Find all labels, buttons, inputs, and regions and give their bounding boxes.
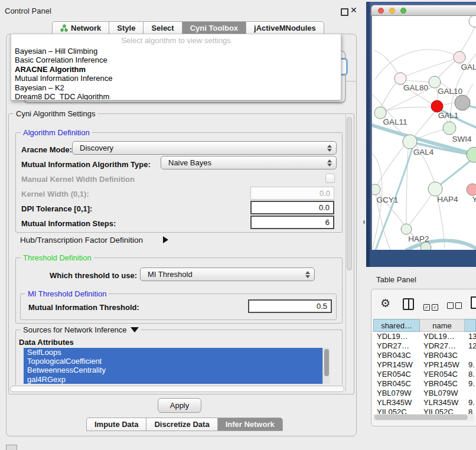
algorithm-option[interactable]: Bayesian – Hill Climbing bbox=[11, 47, 341, 56]
table-cell: 9. bbox=[465, 360, 476, 370]
manual-kernel-checkbox[interactable] bbox=[325, 174, 335, 183]
tab-network[interactable]: Network bbox=[52, 21, 109, 35]
expand-arrow-icon[interactable] bbox=[163, 236, 168, 243]
network-node-label: HAP4 bbox=[437, 195, 458, 204]
mi-steps-label: Mutual Information Steps: bbox=[21, 219, 116, 228]
table-row[interactable]: YIL052CYIL052C8 bbox=[373, 407, 476, 414]
table-row[interactable]: YPR145WYPR145W9. bbox=[373, 360, 476, 370]
network-canvas[interactable]: GALGAL80GAL10GAL1GAL11SWI4GAL4GCY1HAP4YH… bbox=[371, 16, 476, 250]
settings-scrollbar-thumb[interactable] bbox=[347, 117, 352, 270]
table-header-name[interactable]: name bbox=[420, 319, 465, 332]
algorithm-option-list: Bayesian – Hill ClimbingBasic Correlatio… bbox=[11, 47, 341, 100]
table-row[interactable]: YLR345WYLR345W9. bbox=[373, 398, 476, 407]
table-settings-gear-icon[interactable]: ⚙ bbox=[380, 296, 390, 309]
tab-style[interactable]: Style bbox=[109, 21, 143, 35]
apply-button[interactable]: Apply bbox=[158, 398, 201, 413]
data-attribute-item[interactable]: TopologicalCoefficient bbox=[24, 357, 322, 366]
table-cell: YDR27… bbox=[373, 341, 420, 351]
table-row[interactable]: YBL079WYBL079W bbox=[373, 389, 476, 398]
network-node-label: SWI4 bbox=[452, 135, 471, 144]
table-cell: YER054C bbox=[373, 370, 420, 379]
network-node-gal[interactable] bbox=[454, 51, 465, 63]
minimized-panel-icon[interactable] bbox=[6, 445, 17, 450]
kernel-width-label: Kernel Width (0,1): bbox=[21, 190, 89, 198]
which-threshold-combo[interactable]: MI Threshold bbox=[140, 268, 315, 281]
tab-infer-network[interactable]: Infer Network bbox=[217, 418, 283, 431]
network-node-gal1[interactable] bbox=[431, 100, 443, 112]
dpi-tolerance-field[interactable]: 0.0 bbox=[250, 201, 334, 214]
network-node-gcy1[interactable] bbox=[372, 184, 380, 195]
split-columns-icon[interactable] bbox=[403, 298, 414, 310]
splitter-grip[interactable] bbox=[363, 220, 365, 224]
deselect-all-icon[interactable] bbox=[447, 301, 464, 311]
new-column-icon[interactable] bbox=[471, 296, 476, 309]
network-node-label: GAL11 bbox=[383, 118, 407, 126]
table-header-shared[interactable]: shared… bbox=[373, 319, 420, 332]
table-header-partial[interactable] bbox=[465, 319, 476, 332]
network-node[interactable] bbox=[420, 242, 431, 250]
network-node[interactable] bbox=[467, 147, 476, 162]
select-all-checked-icon[interactable]: ✓✓ bbox=[423, 301, 440, 311]
data-attribute-item[interactable]: BetweennessCentrality bbox=[24, 366, 322, 374]
zoom-traffic-light-icon[interactable] bbox=[400, 8, 406, 14]
network-node-label: Y bbox=[472, 195, 476, 204]
aracne-mode-value: Discovery bbox=[80, 144, 113, 152]
algorithm-option[interactable]: ARACNE Algorithm bbox=[11, 65, 341, 74]
network-node[interactable] bbox=[469, 16, 476, 27]
settings-h-scrollbar[interactable] bbox=[9, 385, 345, 392]
mi-type-combo[interactable]: Naive Bayes bbox=[161, 156, 337, 169]
control-panel-title: Control Panel bbox=[5, 6, 51, 15]
combo-stepper-icon bbox=[305, 271, 310, 278]
collapse-arrow-icon[interactable] bbox=[131, 327, 139, 332]
tab-cyni-toolbox[interactable]: Cyni Toolbox bbox=[182, 21, 246, 35]
kernel-width-field[interactable]: 0.0 bbox=[250, 187, 334, 200]
data-attributes-list[interactable]: SelfLoopsTopologicalCoefficientBetweenne… bbox=[24, 348, 322, 384]
table-cell: YER054C bbox=[420, 370, 465, 379]
table-row[interactable]: YBR043CYBR043C bbox=[373, 351, 476, 360]
table-h-scrollbar-thumb[interactable] bbox=[374, 415, 468, 420]
table-cell: YBR045C bbox=[420, 379, 465, 389]
attributes-scrollbar[interactable] bbox=[322, 348, 330, 384]
network-node[interactable] bbox=[455, 95, 470, 110]
table-row[interactable]: YDL19…YDL19…13 bbox=[373, 332, 476, 341]
data-attribute-item[interactable]: SelfLoops bbox=[24, 348, 322, 357]
aracne-mode-combo[interactable]: Discovery bbox=[72, 141, 337, 155]
network-node-swi4[interactable] bbox=[443, 122, 456, 135]
cyni-settings-title: Cyni Algorithm Settings bbox=[14, 109, 97, 118]
float-panel-icon[interactable] bbox=[341, 8, 348, 16]
network-node-hap4[interactable] bbox=[428, 182, 442, 196]
attributes-scrollbar-thumb[interactable] bbox=[324, 349, 329, 376]
network-node-gal10[interactable] bbox=[429, 76, 441, 88]
tab-discretize-data[interactable]: Discretize Data bbox=[146, 418, 217, 431]
tab-select[interactable]: Select bbox=[143, 21, 181, 35]
close-icon[interactable]: ✕ bbox=[350, 5, 357, 15]
settings-h-scrollbar-thumb[interactable] bbox=[10, 386, 344, 392]
network-node-gal80[interactable] bbox=[395, 73, 406, 84]
network-node-y[interactable] bbox=[467, 184, 476, 195]
network-node-gal11[interactable] bbox=[374, 107, 386, 119]
close-traffic-light-icon[interactable] bbox=[378, 8, 384, 14]
tab-jactivemnodules[interactable]: jActiveMNodules bbox=[246, 21, 324, 35]
algorithm-option[interactable]: Dream8 DC_TDC Algorithm bbox=[11, 92, 341, 100]
settings-scrollbar[interactable] bbox=[345, 115, 353, 392]
algorithm-option[interactable]: Bayesian – K2 bbox=[11, 83, 341, 92]
minimize-traffic-light-icon[interactable] bbox=[389, 8, 395, 14]
network-node-gal4[interactable] bbox=[403, 135, 417, 149]
table-h-scrollbar[interactable] bbox=[373, 414, 474, 421]
mi-steps-field[interactable]: 6 bbox=[250, 216, 334, 229]
table-cell: 13 bbox=[465, 332, 476, 341]
table-row[interactable]: YBR045CYBR045C9. bbox=[373, 379, 476, 389]
algorithm-option[interactable]: Basic Correlation Inference bbox=[11, 56, 341, 64]
data-attribute-item[interactable]: gal4RGexp bbox=[24, 375, 322, 384]
table-cell: 9. bbox=[465, 398, 476, 407]
table-row[interactable]: YER054CYER054C8. bbox=[373, 370, 476, 379]
network-node-hap2[interactable] bbox=[401, 224, 412, 234]
tab-impute-data[interactable]: Impute Data bbox=[86, 418, 146, 431]
table-cell: YLR345W bbox=[373, 398, 420, 407]
tab-label: Impute Data bbox=[94, 420, 138, 429]
mi-threshold-field[interactable]: 0.5 bbox=[248, 299, 332, 313]
sources-title-wrap: Sources for Network Inference bbox=[21, 325, 141, 334]
algorithm-option[interactable]: Mutual Information Inference bbox=[11, 74, 341, 83]
table-row[interactable]: YDR27…YDR27…12 bbox=[373, 341, 476, 351]
network-window-titlebar[interactable] bbox=[371, 5, 476, 16]
